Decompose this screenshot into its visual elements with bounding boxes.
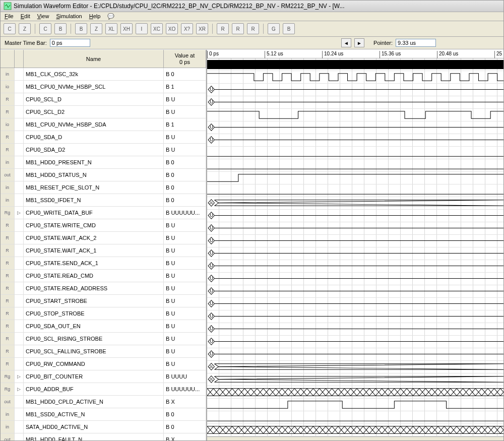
toolbar-rand1-button[interactable]: R [217, 23, 229, 34]
menu-edit[interactable]: Edit [21, 13, 30, 20]
waveform-row[interactable]: U [207, 298, 503, 310]
signal-row[interactable]: RCPU0_SCL_D2B U [1, 106, 206, 118]
titlebar[interactable]: Simulation Waveform Editor - E:/CPLD/stu… [1, 1, 503, 12]
col-name[interactable]: Name [24, 50, 164, 68]
signal-row[interactable]: RCPU0_STATE.READ_CMDB U [1, 270, 206, 282]
signal-row[interactable]: outMB1_HDD0_FAULT_NB X [1, 433, 206, 440]
pointer-input[interactable] [396, 39, 436, 47]
signal-row[interactable]: Rg▷CPU0_BIT_COUNTERB UUUU [1, 370, 206, 383]
toolbar-branch-button[interactable]: B [75, 23, 87, 34]
waveform-panel[interactable]: 0 ps5.12 us10.24 us15.36 us20.48 us250 p… [207, 50, 503, 440]
time-ruler[interactable]: 0 ps5.12 us10.24 us15.36 us20.48 us250 p… [207, 50, 503, 58]
waveform-row[interactable]: U [207, 323, 503, 336]
signal-row[interactable]: RCPU0_STATE.WAIT_ACK_1B U [1, 244, 206, 257]
waveform-row[interactable] [207, 399, 503, 411]
expand-toggle[interactable]: ▷ [15, 207, 24, 219]
menu-help[interactable]: Help [89, 13, 101, 20]
signal-row[interactable]: RCPU0_SCL_FALLING_STROBEB U [1, 345, 206, 358]
toolbar-zoom-button[interactable]: Z [19, 23, 31, 34]
signal-name: MB1_CPU0_NVMe_HSBP_SDA [24, 118, 164, 131]
toolbar-cut-button[interactable]: C [39, 23, 51, 34]
signal-row[interactable]: RCPU0_START_STROBEB U [1, 295, 206, 307]
signal-row[interactable]: inMB1_RESET_PCIE_SLOT_NB 0 [1, 181, 206, 194]
toolbar-rand3-button[interactable]: R [247, 23, 259, 34]
toolbar-xr-button[interactable]: XR [196, 23, 208, 34]
signal-row[interactable]: RCPU0_STATE.READ_ADDRESSB U [1, 282, 206, 295]
waveform-row[interactable]: U [207, 273, 503, 285]
signal-row[interactable]: Rg▷CPU0_ADDR_BUFB UUUUUU... [1, 383, 206, 396]
toolbar-xh-button[interactable]: XH [120, 23, 133, 34]
signal-row[interactable]: inSATA_HDD0_ACTIVE_NB 0 [1, 421, 206, 433]
waveform-row[interactable] [207, 71, 503, 84]
signal-row[interactable]: RCPU0_STOP_STROBEB U [1, 307, 206, 320]
toolbar-xo-button[interactable]: XO [166, 23, 178, 34]
signal-row[interactable]: RCPU0_SDA_D2B U [1, 144, 206, 156]
waveform-row[interactable] [207, 184, 503, 197]
signal-row[interactable]: ioMB1_CPU0_NVMe_HSBP_SDAB 1 [1, 118, 206, 131]
nav-prev-button[interactable]: ◄ [341, 38, 351, 47]
waveform-row[interactable]: JL [207, 361, 503, 373]
waveform-row[interactable]: U [207, 310, 503, 323]
signal-row[interactable]: Rg▷CPU0_WRITE_DATA_BUFB UUUUUU... [1, 207, 206, 219]
signal-row[interactable]: RCPU0_SCL_DB U [1, 93, 206, 106]
waveform-row[interactable]: U [207, 247, 503, 260]
toolbar-bit0-button[interactable]: B [54, 23, 67, 34]
waveform-row[interactable]: U [207, 96, 503, 109]
waveform-row[interactable]: U [207, 222, 503, 235]
signal-row[interactable]: RCPU0_RW_COMMANDB U [1, 358, 206, 370]
signal-row[interactable]: outMB1_HDD0_CPLD_ACTIVE_NB X [1, 396, 206, 408]
waveform-row[interactable]: JL [207, 373, 503, 386]
waveform-row[interactable]: JL [207, 197, 503, 210]
signal-row[interactable]: ioMB1_CPU0_NVMe_HSBP_SCLB 1 [1, 81, 206, 93]
waveform-row[interactable] [207, 109, 503, 121]
horizontal-scrollbar[interactable] [207, 436, 503, 440]
waveform-row[interactable] [207, 386, 503, 399]
nav-next-button[interactable]: ► [354, 38, 364, 47]
signal-row[interactable]: outMB1_HDD0_STATUS_NB 0 [1, 169, 206, 181]
waveform-row[interactable]: U [207, 210, 503, 222]
waveform-row[interactable]: U [207, 285, 503, 298]
signal-row[interactable]: inMB1_SSD0_IFDET_NB 0 [1, 194, 206, 207]
toolbar-bits-button[interactable]: B [283, 23, 295, 34]
waveform-row[interactable]: U [207, 336, 503, 348]
expand-toggle [15, 169, 24, 181]
waveform-rows[interactable]: UUUUJLUUUUUUUUUUUUJLJL [207, 58, 503, 436]
toolbar-cursor-button[interactable]: C [4, 23, 16, 34]
signal-row[interactable]: inMB1_HDD0_PRESENT_NB 0 [1, 156, 206, 169]
menu-view[interactable]: View [37, 13, 49, 20]
waveform-row[interactable] [207, 58, 503, 71]
toolbar-xl-button[interactable]: XL [105, 23, 117, 34]
waveform-row[interactable]: U [207, 348, 503, 361]
signal-row[interactable]: inMB1_SSD0_ACTIVE_NB 0 [1, 408, 206, 421]
signal-row[interactable]: inMB1_CLK_OSC_32kB 0 [1, 68, 206, 81]
waveform-row[interactable]: U [207, 84, 503, 96]
waveform-row[interactable] [207, 172, 503, 184]
toolbar-grid-button[interactable]: G [268, 23, 280, 34]
toolbar-xc-button[interactable]: XC [151, 23, 163, 34]
toolbar-x?-button[interactable]: X? [181, 23, 193, 34]
signal-row[interactable]: RCPU0_SCL_RISING_STROBEB U [1, 333, 206, 345]
waveform-row[interactable] [207, 147, 503, 159]
waveform-row[interactable] [207, 159, 503, 172]
waveform-row[interactable]: U [207, 235, 503, 247]
menu-simulation[interactable]: Simulation [56, 13, 82, 20]
signal-row[interactable]: RCPU0_SDA_DB U [1, 131, 206, 144]
waveform-row[interactable]: U [207, 134, 503, 147]
expand-toggle[interactable]: ▷ [15, 383, 24, 395]
signal-row[interactable]: RCPU0_STATE.WAIT_ACK_2B U [1, 232, 206, 244]
signal-row[interactable]: RCPU0_STATE.SEND_ACK_1B U [1, 257, 206, 270]
master-time-bar-input[interactable] [50, 39, 90, 47]
toolbar-z-button[interactable]: Z [90, 23, 102, 34]
expand-toggle[interactable]: ▷ [15, 370, 24, 383]
col-value[interactable]: Value at 0 ps [164, 50, 206, 68]
waveform-row[interactable]: U [207, 260, 503, 273]
signal-row[interactable]: RCPU0_STATE.WRITE_CMDB U [1, 219, 206, 232]
waveform-row[interactable] [207, 411, 503, 424]
toolbar-rand2-button[interactable]: R [232, 23, 244, 34]
menu-extra-icon[interactable]: 💬 [107, 13, 114, 20]
signal-row[interactable]: RCPU0_SDA_OUT_ENB U [1, 320, 206, 333]
menu-file[interactable]: File [5, 13, 14, 20]
toolbar-inv-button[interactable]: I [136, 23, 148, 34]
waveform-row[interactable] [207, 424, 503, 436]
waveform-row[interactable]: U [207, 121, 503, 134]
